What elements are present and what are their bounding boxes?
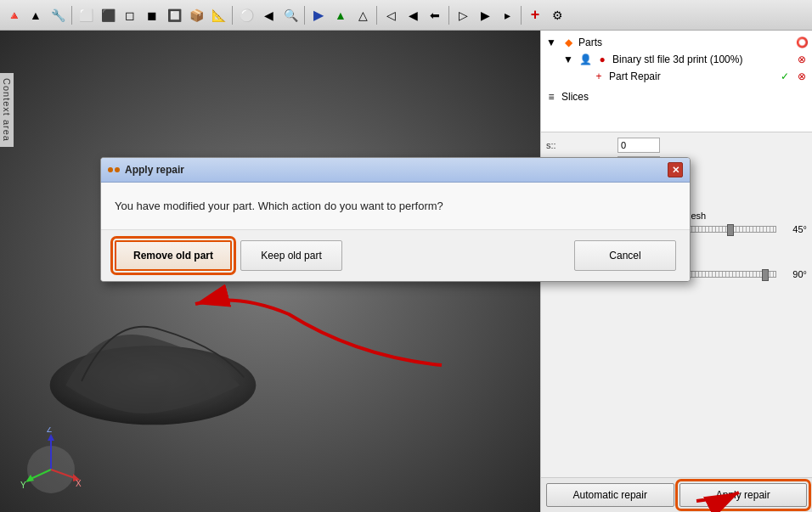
dialog-body: You have modified your part. Which actio…: [101, 183, 690, 229]
dialog-dot-1: [108, 167, 113, 172]
cancel-button[interactable]: Cancel: [574, 240, 676, 271]
dialog-title-text: Apply repair: [125, 164, 184, 176]
apply-repair-dialog: Apply repair ✕ You have modified your pa…: [100, 157, 691, 282]
dialog-dot-2: [115, 167, 120, 172]
dialog-message: You have modified your part. Which actio…: [115, 200, 443, 212]
dialog-close-button[interactable]: ✕: [668, 162, 683, 177]
dialog-title-left: Apply repair: [108, 164, 184, 176]
dialog-buttons: Remove old part Keep old part Cancel: [101, 229, 690, 281]
keep-old-part-button[interactable]: Keep old part: [240, 240, 342, 271]
dialog-title-bar: Apply repair ✕: [101, 158, 690, 183]
dialog-overlay: Apply repair ✕ You have modified your pa…: [0, 0, 812, 512]
dialog-dots: [108, 167, 120, 172]
remove-old-part-button[interactable]: Remove old part: [115, 240, 232, 271]
